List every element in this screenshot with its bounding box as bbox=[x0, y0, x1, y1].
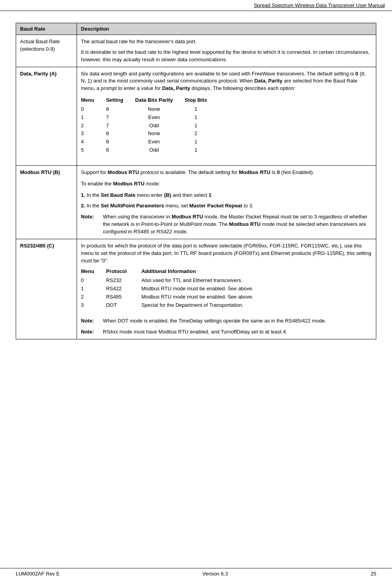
baud-rate-table: Baud Rate Description Actual Baud Rate (… bbox=[16, 23, 376, 339]
rs232-note1: Note: When DOT mode is enabled, the Time… bbox=[81, 317, 372, 325]
inner-table-row: 1RS422Modbus RTU mode must be enabled. S… bbox=[81, 285, 265, 293]
col1-header: Baud Rate bbox=[16, 23, 77, 35]
inner-table-row: 0RS232Also used for TTL and Ethernet tra… bbox=[81, 277, 265, 285]
modbus-note-text: When using the transceiver in Modbus RTU… bbox=[103, 213, 372, 236]
footer-center: Version 6.3 bbox=[202, 571, 228, 577]
footer-right: 25 bbox=[371, 571, 376, 577]
footer-left: LUM0002AF Rev E bbox=[16, 571, 60, 577]
rs232-col-protocol: Protocol bbox=[106, 268, 141, 277]
header-title: Spread Spectrum Wireless Data Transceive… bbox=[254, 2, 385, 8]
row2-content: Six data word length and parity configur… bbox=[77, 67, 376, 165]
inner-table-row: 3DOTSpecial for the Department of Transp… bbox=[81, 301, 265, 310]
inner-col-setting: Setting bbox=[106, 96, 135, 105]
inner-table-row: 08None1 bbox=[81, 105, 219, 114]
modbus-note: Note: When using the transceiver in Modb… bbox=[81, 213, 372, 236]
row1-p2: It is desirable to set the baud rate to … bbox=[81, 49, 372, 64]
inner-col-databits: Data Bits Parity bbox=[135, 96, 185, 105]
rs232-note2-text: RS4xx mode must have Modbus RTU enabled,… bbox=[103, 328, 287, 336]
page-header: Spread Spectrum Wireless Data Transceive… bbox=[0, 0, 392, 11]
rs232-note1-label: Note: bbox=[81, 317, 100, 325]
table-row: RS232/485 (C) In products for which the … bbox=[16, 239, 376, 339]
page-footer: LUM0002AF Rev E Version 6.3 25 bbox=[0, 568, 392, 579]
inner-table-row: 17Even1 bbox=[81, 114, 219, 122]
modbus-p2: To enable the Modbus RTU mode: bbox=[81, 180, 372, 188]
col2-header: Description bbox=[77, 23, 376, 35]
modbus-note-label: Note: bbox=[81, 213, 100, 236]
inner-col-stopbits: Stop Bits bbox=[185, 96, 219, 105]
modbus-step2: 2. In the Set MultiPoint Parameters menu… bbox=[81, 202, 372, 210]
row1-label: Actual Baud Rate (selections 0-9) bbox=[16, 35, 77, 67]
row2-label: Data, Parity (A) bbox=[16, 67, 77, 165]
row4-label: RS232/485 (C) bbox=[16, 239, 77, 339]
inner-table-row: 48Even1 bbox=[81, 138, 219, 146]
table-row: Actual Baud Rate (selections 0-9) The ac… bbox=[16, 35, 376, 67]
row3-content: Support for Modbus RTU protocol is avail… bbox=[77, 165, 376, 239]
row2-intro: Six data word length and parity configur… bbox=[81, 70, 372, 93]
inner-table-row: 27Odd1 bbox=[81, 122, 219, 130]
rs232-inner-table: Menu Protocol Additional Information 0RS… bbox=[81, 268, 265, 309]
inner-table-row: 2RS485Modbus RTU mode must be enabled. S… bbox=[81, 293, 265, 301]
inner-col-menu: Menu bbox=[81, 96, 106, 105]
row4-content: In products for which the protocol of th… bbox=[77, 239, 376, 339]
row1-p1: The actual baud rate for the transceiver… bbox=[81, 38, 372, 46]
row3-label: Modbus RTU (B) bbox=[16, 165, 77, 239]
data-parity-inner-table: Menu Setting Data Bits Parity Stop Bits … bbox=[81, 96, 219, 154]
rs232-note2: Note: RS4xx mode must have Modbus RTU en… bbox=[81, 328, 372, 336]
rs232-col-menu: Menu bbox=[81, 268, 106, 277]
rs232-p1: In products for which the protocol of th… bbox=[81, 242, 372, 265]
modbus-step1: 1. In the Set Baud Rate menu enter (B) a… bbox=[81, 192, 372, 199]
table-row: Modbus RTU (B) Support for Modbus RTU pr… bbox=[16, 165, 376, 239]
rs232-note1-text: When DOT mode is enabled, the TimeDelay … bbox=[103, 317, 326, 325]
inner-table-row: 38None2 bbox=[81, 130, 219, 138]
row1-content: The actual baud rate for the transceiver… bbox=[77, 35, 376, 67]
rs232-col-info: Additional Information bbox=[141, 268, 265, 277]
modbus-p1: Support for Modbus RTU protocol is avail… bbox=[81, 169, 372, 176]
main-content: Baud Rate Description Actual Baud Rate (… bbox=[0, 11, 392, 379]
table-row: Data, Parity (A) Six data word length an… bbox=[16, 67, 376, 165]
rs232-note2-label: Note: bbox=[81, 328, 100, 336]
inner-table-row: 58Odd1 bbox=[81, 146, 219, 154]
